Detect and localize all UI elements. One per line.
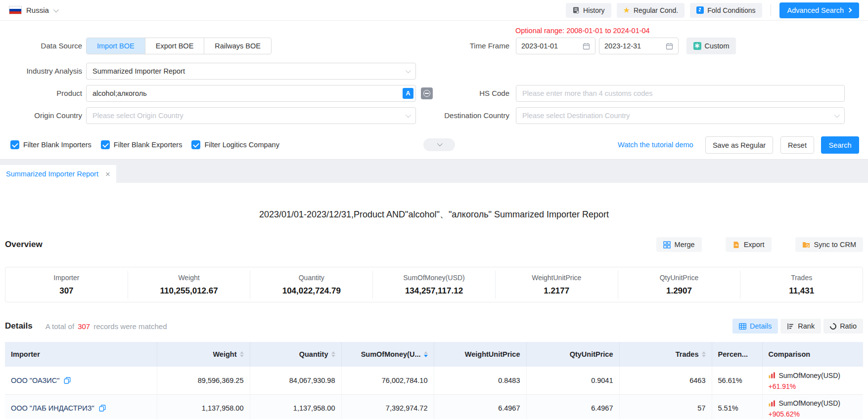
custom-icon [693, 42, 701, 50]
quantity-cell: 1,137,958.00 [250, 394, 341, 419]
details-table: Importer Weight Quantity SumOfMoney(U...… [5, 342, 863, 419]
column-trades[interactable]: Trades [619, 342, 712, 367]
destination-country-select[interactable]: Please select Destination Country [516, 107, 845, 124]
view-rank-label: Rank [798, 322, 815, 330]
sort-icon[interactable] [240, 351, 244, 358]
product-input[interactable] [86, 85, 416, 102]
importer-name-link[interactable]: ООО "ОАЗИС" [11, 377, 59, 384]
filter-blank-importers-checkbox[interactable]: Filter Blank Importers [10, 140, 91, 149]
filter-blank-exporters-checkbox[interactable]: Filter Blank Exporters [101, 140, 183, 149]
end-date-input[interactable]: 2023-12-31 [599, 38, 679, 54]
industry-analysis-select[interactable]: Summarized Importer Report [86, 63, 416, 80]
details-heading: Details [5, 321, 33, 331]
stat-value: 1.2907 [618, 286, 740, 296]
stat-value: 134,257,117.12 [373, 286, 495, 296]
stat-importer: Importer 307 [5, 271, 128, 299]
column-importer: Importer [5, 342, 157, 367]
copy-icon[interactable] [64, 377, 71, 384]
data-source-segments: Import BOE Export BOE Railways BOE [86, 38, 272, 54]
search-button[interactable]: Search [821, 136, 859, 154]
custom-range-button[interactable]: Custom [686, 38, 736, 54]
column-weight[interactable]: Weight [157, 342, 250, 367]
product-input-wrap [86, 85, 416, 102]
country-name: Russia [26, 6, 49, 14]
column-sum-of-money[interactable]: SumOfMoney(U... [341, 342, 434, 367]
regular-cond-button[interactable]: ★ Regular Cond. [617, 3, 685, 18]
total-matched-text: A total of307records were matched [46, 322, 167, 331]
copy-icon[interactable] [99, 405, 106, 412]
comparison-change: +905.62% [769, 410, 858, 418]
percentage-cell: 5.51% [712, 394, 762, 419]
sync-to-crm-button[interactable]: Sync to CRM [795, 237, 863, 252]
tab-summarized-importer-report[interactable]: Summarized Importer Report × [0, 165, 116, 183]
top-bar: Russia History ★ Regular Cond. Fold Cond… [0, 0, 868, 21]
industry-analysis-value: Summarized Importer Report [92, 67, 185, 75]
russia-flag-icon [9, 6, 22, 14]
checkbox-checked-icon [191, 140, 200, 149]
stat-weight-unit-price: WeightUnitPrice 1.2177 [495, 271, 618, 299]
history-label: History [583, 6, 605, 14]
weight-cell: 89,596,369.25 [157, 367, 250, 394]
filter-blank-importers-label: Filter Blank Importers [23, 141, 91, 149]
view-ratio-button[interactable]: Ratio [823, 319, 863, 334]
history-button[interactable]: History [566, 3, 611, 18]
filter-blank-exporters-label: Filter Blank Exporters [114, 141, 183, 149]
sort-icon[interactable] [702, 351, 706, 358]
stat-label: Quantity [250, 274, 372, 282]
column-quantity[interactable]: Quantity [250, 342, 341, 367]
save-as-regular-button[interactable]: Save as Regular [705, 136, 773, 154]
qty-unit-price-cell: 0.9041 [526, 367, 619, 394]
importer-cell: ООО "ЛАБ ИНДАСТРИЗ" [5, 394, 157, 419]
tab-export-boe[interactable]: Export BOE [145, 38, 205, 54]
advanced-search-button[interactable]: Advanced Search [779, 2, 859, 18]
filter-logistics-company-checkbox[interactable]: Filter Logitics Company [191, 140, 279, 149]
reset-button[interactable]: Reset [780, 136, 814, 154]
data-source-label: Data Source [0, 38, 82, 54]
rank-icon [787, 323, 794, 330]
calendar-icon [666, 42, 673, 50]
origin-country-select[interactable]: Please select Origin Country [86, 107, 416, 124]
sum-cell: 76,002,784.10 [341, 367, 434, 394]
export-button[interactable]: Export [726, 237, 772, 252]
sort-icon-active[interactable] [424, 351, 428, 358]
stat-label: Weight [128, 274, 250, 282]
collapse-conditions-button[interactable] [423, 138, 455, 151]
origin-country-label: Origin Country [0, 107, 82, 124]
chevron-down-icon [53, 6, 59, 12]
folder-sync-icon [802, 241, 810, 248]
close-icon[interactable]: × [105, 170, 110, 178]
chevron-down-icon [437, 140, 443, 146]
stat-quantity: Quantity 104,022,724.79 [250, 271, 372, 299]
tab-title: Summarized Importer Report [6, 170, 98, 178]
origin-country-placeholder: Please select Origin Country [92, 112, 183, 120]
optional-range-text: Optional range: 2008-01-01 to 2024-01-04 [515, 27, 650, 35]
tab-railways-boe[interactable]: Railways BOE [204, 38, 271, 54]
search-form: Optional range: 2008-01-01 to 2024-01-04… [0, 21, 868, 159]
merge-label: Merge [675, 241, 695, 249]
stat-label: SumOfMoney(USD) [373, 274, 495, 282]
filter-checkbox-row: Filter Blank Importers Filter Blank Expo… [10, 136, 279, 153]
overview-row: Overview Merge Export Sync to CRM [5, 237, 863, 252]
sum-cell: 7,392,974.72 [341, 394, 434, 419]
view-rank-button[interactable]: Rank [780, 319, 821, 334]
view-details-button[interactable]: Details [732, 319, 778, 334]
tab-import-boe[interactable]: Import BOE [87, 38, 145, 54]
fold-conditions-button[interactable]: Fold Conditions [690, 3, 762, 18]
overview-actions: Merge Export Sync to CRM [656, 237, 863, 252]
weight-unit-price-cell: 0.8483 [434, 367, 526, 394]
weight-unit-price-cell: 6.4967 [434, 394, 526, 419]
hs-code-input[interactable] [516, 85, 845, 102]
sort-icon[interactable] [331, 351, 335, 358]
product-label: Product [0, 85, 82, 102]
calendar-icon [583, 42, 590, 50]
translate-icon[interactable] [403, 88, 413, 99]
merge-button[interactable]: Merge [656, 237, 702, 252]
importer-name-link[interactable]: ООО "ЛАБ ИНДАСТРИЗ" [11, 404, 94, 412]
sync-to-crm-label: Sync to CRM [814, 241, 856, 249]
start-date-input[interactable]: 2023-01-01 [516, 38, 595, 54]
industry-analysis-label: Industry Analysis [0, 63, 82, 80]
chevron-down-icon [834, 112, 840, 118]
country-selector[interactable]: Russia [9, 6, 57, 14]
tutorial-link[interactable]: Watch the tutorial demo [618, 136, 693, 153]
export-icon [732, 241, 740, 249]
